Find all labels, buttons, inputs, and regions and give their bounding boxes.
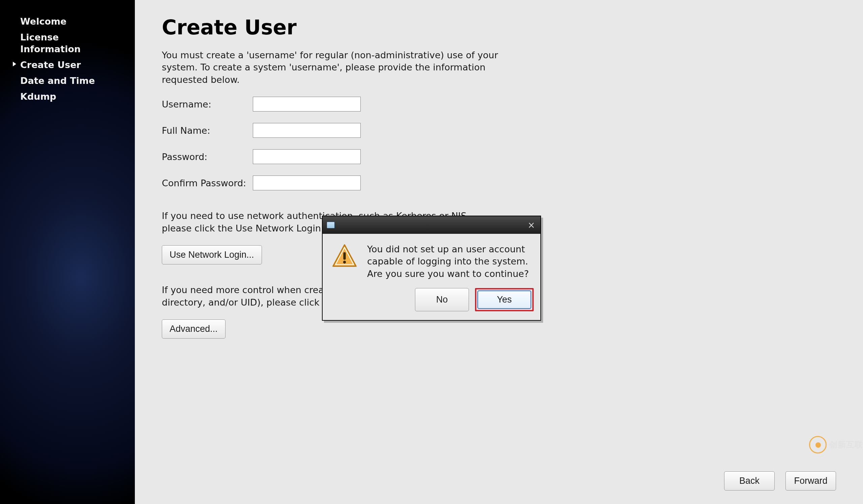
watermark-text: 创新互联 — [829, 439, 863, 450]
watermark: 创新互联 — [809, 436, 863, 453]
sidebar-item-label: Welcome — [20, 15, 66, 27]
forward-button[interactable]: Forward — [786, 471, 836, 491]
footer-nav: Back Forward — [724, 471, 836, 491]
dialog-message: You did not set up an user account capab… — [367, 243, 531, 280]
sidebar: Welcome License Information Create User … — [0, 0, 135, 504]
advanced-button[interactable]: Advanced... — [162, 319, 226, 339]
no-button[interactable]: No — [415, 288, 469, 311]
sidebar-item-date-and-time[interactable]: Date and Time — [0, 73, 135, 89]
yes-button-highlight: Yes — [475, 288, 534, 311]
fullname-label: Full Name: — [162, 125, 253, 136]
watermark-icon — [809, 436, 827, 453]
window-icon — [327, 222, 335, 229]
use-network-login-button[interactable]: Use Network Login... — [162, 245, 262, 264]
svg-rect-2 — [343, 252, 346, 260]
sidebar-item-license-information[interactable]: License Information — [0, 29, 108, 57]
svg-point-3 — [343, 261, 346, 264]
password-label: Password: — [162, 152, 253, 162]
sidebar-item-welcome[interactable]: Welcome — [0, 13, 135, 29]
fullname-input[interactable] — [253, 123, 361, 138]
yes-button[interactable]: Yes — [477, 290, 531, 309]
intro-text: You must create a 'username' for regular… — [162, 49, 499, 86]
confirm-password-label: Confirm Password: — [162, 178, 253, 188]
page-title: Create User — [162, 15, 836, 39]
username-label: Username: — [162, 99, 253, 109]
sidebar-list: Welcome License Information Create User … — [0, 0, 135, 105]
dialog-titlebar[interactable]: × — [323, 216, 540, 234]
username-input[interactable] — [253, 97, 361, 112]
confirm-password-input[interactable] — [253, 176, 361, 190]
confirm-dialog: × You did not set up an user account cap… — [322, 216, 541, 321]
close-icon[interactable]: × — [526, 220, 536, 230]
sidebar-item-kdump[interactable]: Kdump — [0, 89, 135, 104]
warning-icon — [332, 243, 358, 280]
sidebar-item-label: Create User — [20, 59, 81, 71]
password-input[interactable] — [253, 149, 361, 164]
sidebar-item-label: Kdump — [20, 91, 56, 102]
sidebar-item-label: Date and Time — [20, 75, 95, 87]
back-button[interactable]: Back — [724, 471, 775, 491]
sidebar-item-create-user[interactable]: Create User — [0, 57, 135, 73]
sidebar-item-label: License Information — [20, 31, 98, 55]
